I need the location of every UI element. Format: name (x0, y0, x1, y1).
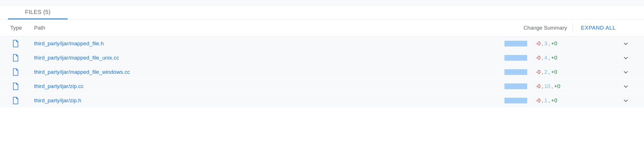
file-path-link[interactable]: third_party/ijar/mapped_file.h (34, 40, 504, 47)
file-path-link[interactable]: third_party/ijar/zip.h (34, 97, 504, 104)
file-icon (10, 83, 34, 90)
chevron-down-icon[interactable] (618, 97, 634, 104)
file-path-link[interactable]: third_party/ijar/zip.cc (34, 83, 504, 89)
file-icon (10, 40, 34, 47)
file-path-link[interactable]: third_party/ijar/mapped_file_windows.cc (34, 69, 504, 75)
file-table-body: third_party/ijar/mapped_file.h -0, 3, +0… (0, 36, 644, 108)
diff-bar (504, 98, 527, 103)
diff-stats: -0, 2, +0 (536, 69, 576, 75)
file-icon (10, 97, 34, 104)
top-gray-bar (0, 0, 644, 6)
file-row[interactable]: third_party/ijar/mapped_file.h -0, 3, +0 (0, 36, 644, 51)
table-header: Type Path Change Summary EXPAND ALL (0, 20, 644, 36)
diff-stats: -0, 4, +0 (536, 55, 576, 61)
diff-bar (504, 55, 527, 61)
file-icon (10, 54, 34, 62)
diff-bar (504, 83, 527, 89)
diff-stats: -0, 1, +0 (536, 97, 576, 104)
col-header-type: Type (10, 25, 34, 31)
file-row[interactable]: third_party/ijar/mapped_file_unix.cc -0,… (0, 51, 644, 65)
file-row[interactable]: third_party/ijar/zip.cc -0, 10, +0 (0, 79, 644, 93)
diff-bar (504, 69, 527, 75)
file-row[interactable]: third_party/ijar/zip.h -0, 1, +0 (0, 93, 644, 108)
file-row[interactable]: third_party/ijar/mapped_file_windows.cc … (0, 65, 644, 79)
col-header-path: Path (34, 25, 504, 31)
chevron-down-icon[interactable] (618, 83, 634, 89)
file-icon (10, 68, 34, 76)
chevron-down-icon[interactable] (618, 40, 634, 47)
chevron-down-icon[interactable] (618, 69, 634, 75)
diff-bar (504, 41, 527, 46)
diff-stats: -0, 3, +0 (536, 40, 576, 47)
chevron-down-icon[interactable] (618, 55, 634, 61)
tab-row: FILES (5) (0, 6, 644, 20)
diff-stats: -0, 10, +0 (536, 83, 576, 89)
col-header-summary: Change Summary (504, 25, 573, 31)
file-path-link[interactable]: third_party/ijar/mapped_file_unix.cc (34, 55, 504, 61)
files-tab[interactable]: FILES (5) (8, 6, 68, 19)
expand-all-button[interactable]: EXPAND ALL (573, 23, 634, 33)
